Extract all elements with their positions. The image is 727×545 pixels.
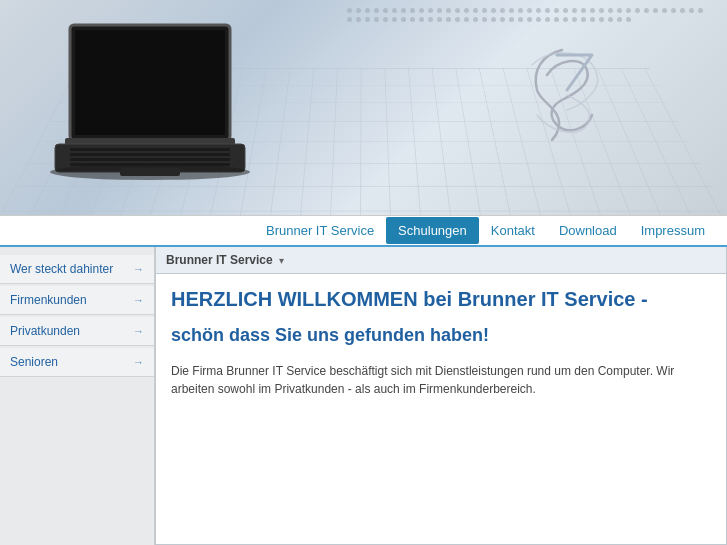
header-dot	[545, 8, 550, 13]
header-dot	[536, 8, 541, 13]
svg-rect-6	[70, 153, 230, 156]
header-dot	[365, 17, 370, 22]
header-dot	[671, 8, 676, 13]
header-dot	[419, 17, 424, 22]
header-dot	[518, 8, 523, 13]
header-dot	[617, 8, 622, 13]
sidebar-arrow-wer: →	[133, 263, 144, 275]
header-dot	[437, 8, 442, 13]
header-dot	[608, 8, 613, 13]
header-dot	[356, 8, 361, 13]
header-dot	[527, 17, 532, 22]
header-dot	[653, 8, 658, 13]
header-dot	[455, 8, 460, 13]
header-dot	[590, 8, 595, 13]
header-dot	[347, 8, 352, 13]
sidebar-item-wer-label: Wer steckt dahinter	[10, 262, 113, 276]
header-dot	[365, 8, 370, 13]
header-dot	[554, 17, 559, 22]
header-dot	[383, 17, 388, 22]
svg-rect-5	[70, 148, 230, 151]
navbar: Brunner IT Service Schulungen Kontakt Do…	[0, 215, 727, 247]
header-dot	[437, 17, 442, 22]
sidebar-item-privatkunden[interactable]: Privatkunden →	[0, 317, 154, 346]
header-dot	[626, 17, 631, 22]
header-dot	[554, 8, 559, 13]
header-dot	[356, 17, 361, 22]
header-dot	[491, 17, 496, 22]
header-dot	[482, 8, 487, 13]
logo-svg	[502, 35, 622, 155]
header-dot	[626, 8, 631, 13]
sidebar-item-privatkunden-label: Privatkunden	[10, 324, 80, 338]
laptop-image	[50, 20, 240, 190]
header-dot	[536, 17, 541, 22]
sidebar: Wer steckt dahinter → Firmenkunden → Pri…	[0, 247, 155, 545]
header-dot	[383, 8, 388, 13]
header-dot	[491, 8, 496, 13]
header-dot	[374, 17, 379, 22]
logo-area	[497, 30, 627, 160]
header-dot	[446, 8, 451, 13]
header-dots	[347, 8, 707, 22]
header-dot	[680, 8, 685, 13]
header-dot	[428, 17, 433, 22]
nav-item-impressum[interactable]: Impressum	[629, 217, 717, 244]
sidebar-item-firmenkunden[interactable]: Firmenkunden →	[0, 286, 154, 315]
header-dot	[518, 17, 523, 22]
header-dot	[644, 8, 649, 13]
header-dot	[572, 17, 577, 22]
header-dot	[374, 8, 379, 13]
header-dot	[599, 8, 604, 13]
sidebar-item-senioren-label: Senioren	[10, 355, 58, 369]
header-dot	[347, 17, 352, 22]
header-dot	[428, 8, 433, 13]
sidebar-arrow-firmenkunden: →	[133, 294, 144, 306]
header-dot	[599, 17, 604, 22]
header-dot	[392, 8, 397, 13]
header-dot	[464, 17, 469, 22]
sidebar-item-senioren[interactable]: Senioren →	[0, 348, 154, 377]
header-dot	[509, 17, 514, 22]
header-dot	[446, 17, 451, 22]
welcome-text: Die Firma Brunner IT Service beschäftigt…	[171, 362, 711, 398]
header-dot	[572, 8, 577, 13]
header-dot	[581, 8, 586, 13]
nav-item-kontakt[interactable]: Kontakt	[479, 217, 547, 244]
sidebar-arrow-privatkunden: →	[133, 325, 144, 337]
header-dot	[563, 17, 568, 22]
content-breadcrumb: Brunner IT Service	[166, 253, 273, 267]
content-area: Brunner IT Service ▾ HERZLICH WILLKOMMEN…	[155, 247, 727, 545]
svg-rect-1	[75, 30, 225, 135]
header-dot	[608, 17, 613, 22]
header-dot	[635, 8, 640, 13]
header-dot	[527, 8, 532, 13]
nav-item-download[interactable]: Download	[547, 217, 629, 244]
header-dot	[455, 17, 460, 22]
svg-point-10	[50, 164, 250, 180]
header-dot	[698, 8, 703, 13]
nav-item-schulungen[interactable]: Schulungen	[386, 217, 479, 244]
welcome-subheading: schön dass Sie uns gefunden haben!	[171, 324, 711, 347]
svg-rect-7	[70, 158, 230, 161]
sidebar-item-firmenkunden-label: Firmenkunden	[10, 293, 87, 307]
header-dot	[482, 17, 487, 22]
header-dot	[464, 8, 469, 13]
header-dot	[473, 8, 478, 13]
header-dot	[500, 8, 505, 13]
sidebar-item-wer[interactable]: Wer steckt dahinter →	[0, 255, 154, 284]
header-dot	[473, 17, 478, 22]
welcome-heading: HERZLICH WILLKOMMEN bei Brunner IT Servi…	[171, 286, 711, 312]
header-dot	[590, 17, 595, 22]
header-dot	[617, 17, 622, 22]
main-container: Wer steckt dahinter → Firmenkunden → Pri…	[0, 247, 727, 545]
header-dot	[401, 8, 406, 13]
nav-item-brunner[interactable]: Brunner IT Service	[254, 217, 386, 244]
header-dot	[563, 8, 568, 13]
dropdown-icon[interactable]: ▾	[279, 255, 284, 266]
content-header: Brunner IT Service ▾	[156, 247, 726, 274]
header-dot	[689, 8, 694, 13]
content-body: HERZLICH WILLKOMMEN bei Brunner IT Servi…	[156, 274, 726, 410]
header-dot	[410, 8, 415, 13]
header-dot	[545, 17, 550, 22]
